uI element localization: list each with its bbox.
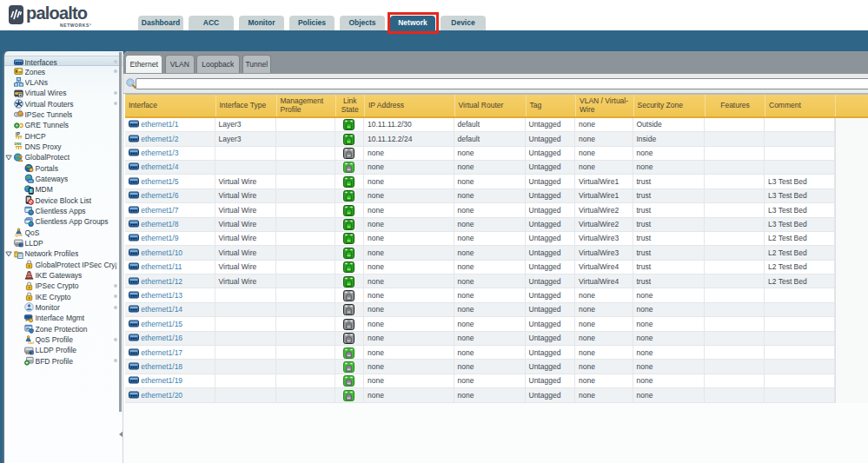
svg-text:LLDP: LLDP — [25, 351, 32, 354]
svg-text:LLDP: LLDP — [15, 244, 22, 248]
svg-text:DNS: DNS — [14, 142, 22, 147]
svg-text:QoS: QoS — [15, 233, 23, 237]
svg-text:QoS: QoS — [28, 341, 34, 344]
svg-text:IP: IP — [16, 131, 20, 136]
